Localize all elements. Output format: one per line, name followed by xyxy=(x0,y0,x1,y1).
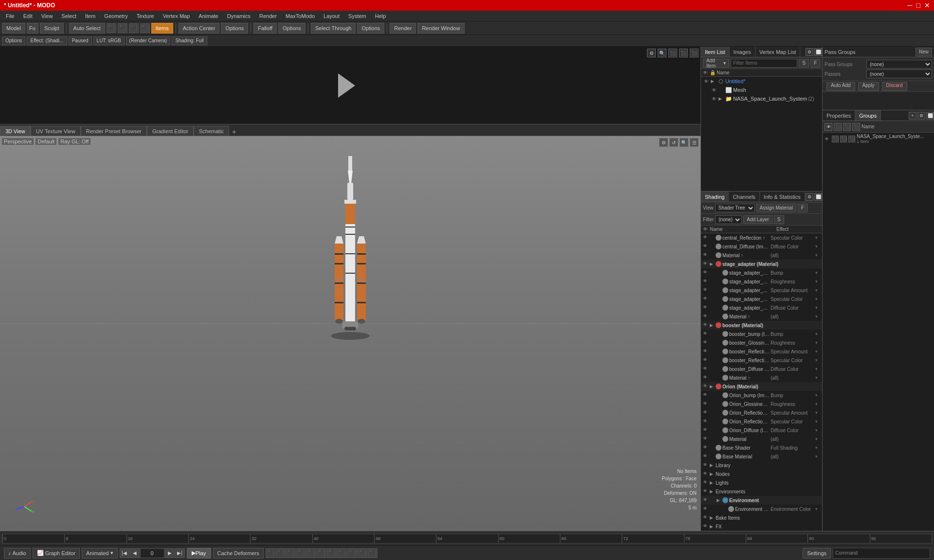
items-btn[interactable]: Items xyxy=(151,23,173,34)
vp-icon-rotate[interactable]: ↺ xyxy=(669,138,678,147)
item-list-icon2[interactable]: ⬜ xyxy=(814,48,822,56)
shader-row-31[interactable]: 👁Environment MaterialEnvironment Color▾ xyxy=(701,505,822,513)
shader-fold-30[interactable]: ▶ xyxy=(717,498,721,503)
shader-fold-29[interactable]: ▶ xyxy=(710,489,715,494)
tab-item-list[interactable]: Item List xyxy=(701,47,730,57)
preview-icon3[interactable]: ⬛ xyxy=(668,49,677,57)
shader-row-15[interactable]: 👁booster_Diffuse (Ima...Diffuse Color▾ xyxy=(701,365,822,373)
icon4[interactable]: ⬛ xyxy=(140,23,150,33)
filter-select[interactable]: (none) xyxy=(715,215,742,224)
item-list-s-btn[interactable]: S xyxy=(799,59,809,68)
cache-deformers-btn[interactable]: Cache Deformers xyxy=(213,548,264,559)
shader-row-11[interactable]: 👁booster_bump (Image)Bump▾ xyxy=(701,330,822,338)
shader-row-19[interactable]: 👁Orion_Glossiness (Im...Roughness▾ xyxy=(701,400,822,408)
3d-viewport[interactable]: Perspective Default Ray GL: Off ⚙ ↺ 🔍 ☰ xyxy=(0,136,700,531)
minimize-btn[interactable]: ─ xyxy=(908,1,913,9)
tab-groups[interactable]: Groups xyxy=(855,110,881,121)
menu-item-select[interactable]: Select xyxy=(57,12,80,20)
shader-row-28[interactable]: 👁▶Lights xyxy=(701,478,822,487)
tab-info-stats[interactable]: Info & Statistics xyxy=(760,192,805,202)
menu-item-render[interactable]: Render xyxy=(255,12,281,20)
select-through-btn[interactable]: Select Through xyxy=(311,23,356,34)
animated-btn[interactable]: Animated ▾ xyxy=(82,548,117,559)
menu-item-animate[interactable]: Animate xyxy=(195,12,222,20)
auto-add-btn[interactable]: Auto Add xyxy=(826,82,855,91)
shader-row-10[interactable]: 👁▶booster (Material) xyxy=(701,321,822,330)
shader-row-18[interactable]: 👁Orion_bump (Image)Bump▾ xyxy=(701,391,822,400)
tab-gradient[interactable]: Gradient Editor xyxy=(147,126,194,136)
icon3[interactable]: ⬛ xyxy=(129,23,139,33)
vp-icon-menu[interactable]: ☰ xyxy=(690,138,699,147)
groups-icon2[interactable]: ⚙ xyxy=(917,112,925,120)
auto-select-btn[interactable]: Auto Select xyxy=(69,23,105,34)
shader-row-7[interactable]: 👁stage_adapter_Refle...Specular Color▾ xyxy=(701,295,822,303)
options-btn3[interactable]: Options xyxy=(357,23,384,34)
pb-icon10[interactable]: ⬛ xyxy=(358,548,367,558)
transport-next-end[interactable]: ▶| xyxy=(175,548,185,558)
tab-schematic[interactable]: Schematic xyxy=(194,126,229,136)
icon1[interactable]: ⬛ xyxy=(107,23,116,33)
menu-item-system[interactable]: System xyxy=(344,12,370,20)
groups-icon1[interactable]: + xyxy=(909,112,916,120)
vp-icon-zoom[interactable]: 🔍 xyxy=(680,138,688,147)
shader-row-32[interactable]: 👁▶Bake Items xyxy=(701,513,822,522)
tab-properties[interactable]: Properties xyxy=(823,110,855,121)
shader-fold-28[interactable]: ▶ xyxy=(710,480,715,485)
audio-btn[interactable]: ♪ Audio xyxy=(4,548,31,559)
shader-row-33[interactable]: 👁▶FX xyxy=(701,522,822,531)
shader-fold-3[interactable]: ▶ xyxy=(710,262,715,266)
menu-item-edit[interactable]: Edit xyxy=(19,12,36,20)
shader-tree-select[interactable]: Shader Tree xyxy=(715,204,755,212)
groups-toolbar-icon1[interactable]: 👁 xyxy=(825,123,832,131)
menu-item-help[interactable]: Help xyxy=(371,12,390,20)
pb-icon7[interactable]: ⬛ xyxy=(327,548,337,558)
preview-play-btn[interactable] xyxy=(338,73,362,98)
tab-3dview[interactable]: 3D View xyxy=(0,126,31,136)
command-input[interactable]: Command xyxy=(833,548,930,559)
menu-item-file[interactable]: File xyxy=(2,12,18,20)
preview-icon5[interactable]: ⬛ xyxy=(690,49,699,57)
item-list-f-btn[interactable]: F xyxy=(810,59,820,68)
tab-channels[interactable]: Channels xyxy=(729,192,759,202)
pb-icon5[interactable]: ⬛ xyxy=(306,548,316,558)
menu-item-texture[interactable]: Texture xyxy=(133,12,158,20)
shader-row-17[interactable]: 👁▶Orion (Material) xyxy=(701,382,822,391)
add-tab-btn[interactable]: + xyxy=(229,128,239,136)
effect-btn[interactable]: Effect: (Shadi... xyxy=(27,36,67,45)
shader-row-12[interactable]: 👁booster_Glossiness ↑Roughness▾ xyxy=(701,338,822,347)
new-pass-btn[interactable]: New xyxy=(916,48,932,56)
shader-fold-17[interactable]: ▶ xyxy=(710,384,715,389)
icon2[interactable]: ⬛ xyxy=(118,23,127,33)
preview-icon4[interactable]: ⬛ xyxy=(679,49,688,57)
render-btn[interactable]: Render xyxy=(390,23,416,34)
settings-btn[interactable]: Settings xyxy=(803,548,831,559)
shading-icon1[interactable]: ⚙ xyxy=(806,193,813,201)
render-window-btn[interactable]: Render Window xyxy=(417,23,464,34)
shader-row-13[interactable]: 👁booster_Reflection ↑Specular Amount▾ xyxy=(701,347,822,356)
menu-item-maxtomodo[interactable]: MaxToModo xyxy=(282,12,319,20)
shading-btn[interactable]: Shading: Full xyxy=(172,36,207,45)
groups-toolbar-icon4[interactable]: ⬛ xyxy=(852,123,860,131)
shading-icon2[interactable]: ⬜ xyxy=(814,193,822,201)
tab-uv[interactable]: UV Texture View xyxy=(31,126,81,136)
filter-items-input[interactable] xyxy=(731,59,797,68)
shader-fold-26[interactable]: ▶ xyxy=(710,463,715,468)
pass-groups-select[interactable]: (none) xyxy=(866,60,932,69)
close-btn[interactable]: ✕ xyxy=(924,1,930,9)
shader-row-25[interactable]: 👁Base Material(all)▾ xyxy=(701,452,822,461)
preview-icon1[interactable]: ⚙ xyxy=(647,49,656,57)
shader-row-0[interactable]: 👁central_Reflection ↑Specular Color▾ xyxy=(701,233,822,242)
fu-btn[interactable]: Fu xyxy=(27,23,38,34)
menu-item-view[interactable]: View xyxy=(37,12,57,20)
menu-item-vertex-map[interactable]: Vertex Map xyxy=(159,12,194,20)
play-btn[interactable]: ▶ Play xyxy=(187,548,211,559)
shader-row-24[interactable]: 👁Base ShaderFull Shading▾ xyxy=(701,443,822,452)
options-btn1[interactable]: Options xyxy=(221,23,248,34)
groups-toolbar-icon3[interactable]: ⬛ xyxy=(843,123,851,131)
shader-row-23[interactable]: 👁Material(all)▾ xyxy=(701,435,822,443)
menu-item-dynamics[interactable]: Dynamics xyxy=(223,12,254,20)
menu-item-item[interactable]: Item xyxy=(81,12,99,20)
model-btn[interactable]: Model xyxy=(2,23,25,34)
options-btn2[interactable]: Options xyxy=(278,23,305,34)
item-list-icon1[interactable]: ⚙ xyxy=(806,48,813,56)
